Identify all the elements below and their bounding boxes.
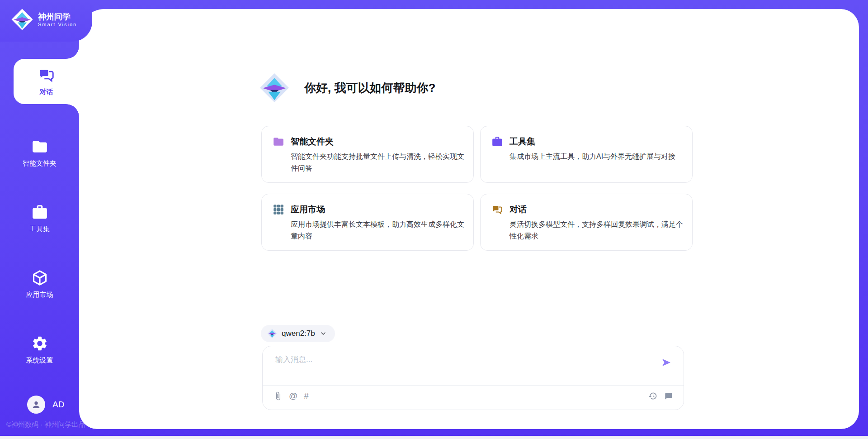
composer-toolbar-right (648, 391, 673, 401)
sidebar: 对话 智能文件夹 工具集 应用市场 系统设置 (0, 0, 79, 439)
folder-icon (31, 138, 48, 155)
history-icon[interactable] (648, 391, 657, 401)
card-app-market[interactable]: 应用市场 应用市场提供丰富长文本模板，助力高效生成多样化文章内容 (261, 194, 474, 251)
composer-divider (263, 385, 684, 386)
model-diamond-icon (267, 329, 277, 339)
greeting-title: 你好, 我可以如何帮助你? (304, 80, 435, 96)
chat-icon (38, 67, 55, 84)
sidebar-item-label: 应用市场 (26, 291, 53, 299)
hashtag-icon[interactable]: # (304, 391, 309, 401)
brand-diamond-logo (259, 72, 290, 103)
message-input[interactable] (275, 354, 655, 382)
sidebar-item-label: 对话 (40, 88, 53, 96)
sidebar-item-toolset[interactable]: 工具集 (0, 197, 79, 240)
folder-open-icon (273, 136, 284, 148)
user-name: AD (52, 400, 64, 410)
message-composer: @ # (262, 346, 684, 410)
grid-icon (273, 204, 284, 215)
sidebar-item-chat[interactable]: 对话 (14, 59, 79, 104)
sidebar-item-label: 系统设置 (26, 356, 53, 365)
card-title: 工具集 (509, 136, 535, 148)
card-description: 智能文件夹功能支持批量文件上传与清洗，轻松实现文件问答 (291, 151, 466, 174)
card-title: 应用市场 (291, 204, 325, 215)
toolbox-icon (491, 136, 503, 148)
avatar (27, 396, 45, 414)
card-title: 对话 (509, 204, 527, 215)
main-content-panel: 你好, 我可以如何帮助你? 智能文件夹 智能文件夹功能支持批量文件上传与清洗，轻… (79, 9, 859, 429)
sidebar-item-smart-folder[interactable]: 智能文件夹 (0, 131, 79, 175)
mention-icon[interactable]: @ (289, 391, 297, 401)
greeting-block: 你好, 我可以如何帮助你? (259, 72, 435, 103)
card-description: 应用市场提供丰富长文本模板，助力高效生成多样化文章内容 (291, 219, 466, 242)
chat-icon (491, 204, 503, 215)
card-toolset[interactable]: 工具集 集成市场上主流工具，助力AI与外界无缝扩展与对接 (480, 126, 693, 183)
send-icon[interactable] (661, 357, 672, 368)
toolbox-icon (31, 204, 48, 221)
person-icon (30, 399, 42, 410)
cube-icon (31, 269, 48, 286)
chevron-down-icon (320, 330, 327, 337)
sidebar-item-settings[interactable]: 系统设置 (0, 328, 79, 372)
gear-icon (31, 335, 48, 352)
sidebar-item-app-market[interactable]: 应用市场 (0, 262, 79, 306)
card-description: 灵活切换多模型文件，支持多样回复效果调试，满足个性化需求 (509, 219, 685, 242)
model-selector[interactable]: qwen2:7b (261, 325, 335, 342)
composer-toolbar-left: @ # (274, 391, 309, 401)
user-profile[interactable]: AD (27, 396, 64, 414)
attachment-icon[interactable] (274, 391, 283, 401)
sidebar-item-label: 工具集 (29, 225, 50, 234)
card-description: 集成市场上主流工具，助力AI与外界无缝扩展与对接 (509, 151, 685, 162)
card-smart-folder[interactable]: 智能文件夹 智能文件夹功能支持批量文件上传与清洗，轻松实现文件问答 (261, 126, 474, 183)
copyright-text: ©神州数码 · 神州问学出品 (6, 420, 85, 429)
card-chat[interactable]: 对话 灵活切换多模型文件，支持多样回复效果调试，满足个性化需求 (480, 194, 693, 251)
sidebar-item-label: 智能文件夹 (23, 159, 57, 168)
model-name: qwen2:7b (282, 329, 315, 338)
comment-icon[interactable] (664, 391, 673, 401)
feature-cards-grid: 智能文件夹 智能文件夹功能支持批量文件上传与清洗，轻松实现文件问答 工具集 集成… (261, 126, 693, 251)
horizontal-scrollbar[interactable] (0, 436, 868, 439)
card-title: 智能文件夹 (291, 136, 334, 148)
